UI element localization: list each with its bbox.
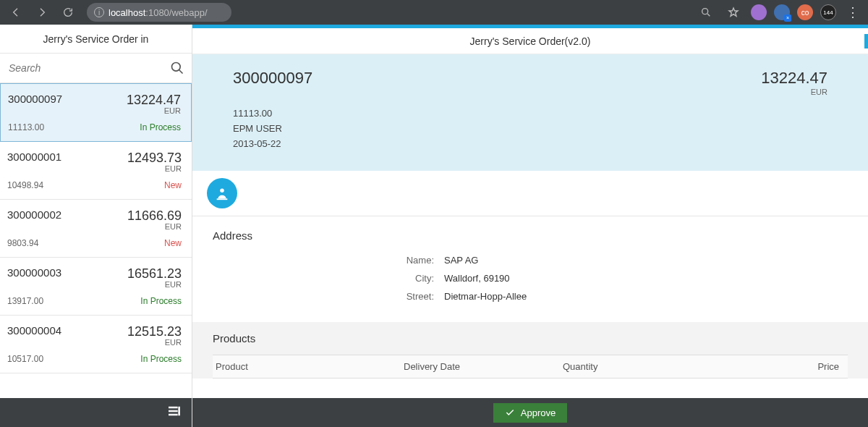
order-list-item[interactable]: 30000000412515.23EUR10517.00In Process	[0, 316, 192, 373]
col-quantity: Quantity	[563, 361, 722, 372]
list-item-amount: 16561.23	[127, 266, 182, 282]
approve-label: Approve	[521, 407, 556, 418]
list-item-net: 10498.94	[7, 180, 43, 190]
address-section: Address Name: SAP AG City: Walldorf, 691…	[192, 216, 868, 322]
svg-rect-5	[179, 407, 180, 415]
list-item-net: 9803.94	[7, 238, 38, 248]
address-section-title: Address	[213, 229, 848, 242]
svg-point-1	[172, 63, 181, 72]
check-icon	[505, 407, 515, 418]
detail-footer: Approve	[192, 398, 868, 427]
url-path: :1080/webapp/	[145, 7, 207, 18]
bookmark-star-icon[interactable]	[723, 2, 744, 22]
list-item-amount: 12515.23	[127, 324, 182, 339]
url-host: localhost	[109, 7, 145, 18]
list-item-id: 300000002	[7, 208, 61, 221]
order-net: 11113.00	[233, 108, 827, 119]
address-city: Walldorf, 69190	[444, 273, 848, 284]
detail-panel: Jerry's Service Order(v2.0) 300000097 13…	[192, 25, 868, 427]
search-icon[interactable]	[170, 61, 184, 75]
order-list-item[interactable]: 30000000316561.23EUR13917.00In Process	[0, 258, 192, 316]
address-label-street: Street:	[213, 291, 444, 302]
extension-icon[interactable]: ×	[774, 4, 790, 20]
order-currency: EUR	[761, 88, 827, 96]
address-label-name: Name:	[213, 255, 444, 266]
site-info-icon[interactable]: i	[94, 7, 104, 17]
object-header: 300000097 13224.47 EUR 11113.00 EPM USER…	[192, 54, 868, 171]
back-button[interactable]	[6, 2, 26, 22]
col-product: Product	[216, 361, 404, 372]
order-id: 300000097	[233, 69, 312, 88]
list-item-status: In Process	[140, 122, 181, 132]
col-delivery: Delivery Date	[404, 361, 563, 372]
svg-rect-3	[169, 410, 178, 412]
list-item-id: 300000097	[8, 93, 62, 105]
svg-rect-7	[217, 198, 228, 200]
order-user: EPM USER	[233, 123, 827, 134]
list-item-id: 300000004	[7, 324, 61, 337]
supplier-icon[interactable]	[207, 178, 237, 208]
products-section: Products Product Delivery Date Quantity …	[192, 322, 868, 379]
order-date: 2013-05-22	[233, 138, 827, 149]
list-item-net: 10517.00	[7, 354, 43, 364]
address-bar[interactable]: i localhost:1080/webapp/	[87, 3, 231, 22]
list-item-id: 300000001	[7, 151, 61, 163]
address-name: SAP AG	[444, 255, 848, 266]
list-item-net: 11113.00	[8, 122, 44, 132]
browser-toolbar: i localhost:1080/webapp/ × co 144 ⋮	[0, 0, 868, 25]
list-item-amount: 12493.73	[127, 151, 182, 166]
master-panel: Jerry's Service Order in 30000009713224.…	[0, 25, 192, 427]
forward-button[interactable]	[32, 2, 52, 22]
address-label-city: City:	[213, 273, 444, 284]
svg-rect-4	[169, 414, 178, 415]
extension-icon[interactable]: co	[797, 4, 813, 20]
detail-app-title: Jerry's Service Order(v2.0)	[192, 28, 868, 54]
approve-button[interactable]: Approve	[493, 403, 567, 423]
list-item-status: In Process	[140, 354, 182, 364]
list-item-net: 13917.00	[7, 296, 43, 306]
products-table-header: Product Delivery Date Quantity Price	[213, 355, 848, 379]
browser-menu-icon[interactable]: ⋮	[843, 4, 862, 20]
order-list-item[interactable]: 30000000112493.73EUR10498.94New	[0, 142, 192, 200]
toolbar-right: × co 144 ⋮	[696, 2, 862, 22]
extension-icon[interactable]	[751, 4, 767, 20]
profile-badge[interactable]: 144	[820, 4, 836, 20]
svg-point-0	[702, 9, 708, 14]
col-price: Price	[722, 361, 845, 372]
icon-tab-bar	[192, 171, 868, 216]
search-input[interactable]	[0, 54, 192, 83]
list-item-status: In Process	[140, 296, 182, 306]
products-section-title: Products	[213, 332, 848, 344]
list-item-status: New	[164, 238, 182, 248]
svg-point-6	[220, 189, 224, 193]
order-list: 30000009713224.47EUR11113.00In Process30…	[0, 83, 192, 398]
reload-button[interactable]	[58, 2, 78, 22]
zoom-icon[interactable]	[696, 2, 716, 22]
list-item-status: New	[164, 180, 182, 190]
list-item-amount: 13224.47	[127, 93, 181, 108]
list-item-id: 300000003	[7, 266, 61, 279]
master-footer	[0, 398, 192, 427]
svg-rect-2	[169, 407, 178, 408]
list-item-amount: 11666.69	[127, 208, 182, 224]
master-title: Jerry's Service Order in	[0, 25, 192, 54]
list-settings-icon[interactable]	[167, 404, 182, 421]
order-list-item[interactable]: 30000000211666.69EUR9803.94New	[0, 200, 192, 258]
order-list-item[interactable]: 30000009713224.47EUR11113.00In Process	[0, 83, 192, 142]
order-amount: 13224.47	[761, 69, 827, 88]
address-street: Dietmar-Hopp-Allee	[444, 291, 848, 302]
